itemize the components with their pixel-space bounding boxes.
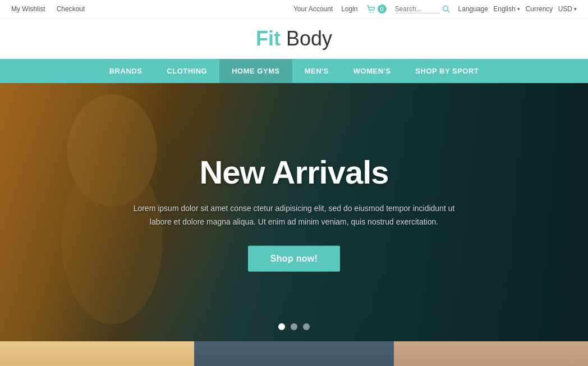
search-input[interactable] <box>395 5 440 13</box>
cart-count: 0 <box>378 4 387 13</box>
hero-title: New Arrivals <box>126 153 462 191</box>
search-icon[interactable] <box>442 5 450 13</box>
main-nav: BRANDS CLOTHING HOME GYMS MEN'S WOMEN'S … <box>0 59 588 83</box>
hero-section: New Arrivals Lorem ipsum dolor sit amet … <box>0 83 588 341</box>
checkout-link[interactable]: Checkout <box>57 5 85 13</box>
language-value: English <box>493 5 515 13</box>
currency-value: USD <box>558 5 572 13</box>
account-link[interactable]: Your Account <box>293 5 333 13</box>
search-container <box>395 5 450 13</box>
below-hero-center <box>194 341 394 366</box>
below-hero-left <box>0 341 194 366</box>
logo-body: Body <box>281 27 332 50</box>
currency-dropdown[interactable]: Currency USD ▾ <box>526 5 577 13</box>
hero-dot-3[interactable] <box>303 323 310 330</box>
hero-dots <box>278 323 310 330</box>
nav-item-brands[interactable]: BRANDS <box>97 59 155 83</box>
language-dropdown[interactable]: Language English ▾ <box>458 5 520 13</box>
nav-item-clothing[interactable]: CLOTHING <box>154 59 219 83</box>
top-bar-left: My Wishlist Checkout <box>11 5 85 13</box>
svg-line-3 <box>447 11 449 13</box>
svg-point-1 <box>373 12 374 13</box>
hero-description: Lorem ipsum dolor sit amet conse ctetur … <box>126 202 462 229</box>
nav-item-home-gyms[interactable]: HOME GYMS <box>219 59 292 83</box>
below-hero-right <box>394 341 588 366</box>
language-chevron-icon: ▾ <box>517 6 520 12</box>
login-link[interactable]: Login <box>341 5 357 13</box>
hero-dot-1[interactable] <box>278 323 285 330</box>
hero-dot-2[interactable] <box>291 323 297 330</box>
logo-bar: Fit Body <box>0 19 588 59</box>
below-hero-section <box>0 341 588 366</box>
site-logo[interactable]: Fit Body <box>256 27 332 51</box>
currency-label: Currency <box>526 5 553 13</box>
nav-item-womens[interactable]: WOMEN'S <box>341 59 403 83</box>
svg-point-0 <box>370 12 371 13</box>
logo-fit: Fit <box>256 27 281 50</box>
nav-item-mens[interactable]: MEN'S <box>292 59 341 83</box>
nav-item-shop-by-sport[interactable]: SHOP BY SPORT <box>403 59 491 83</box>
top-bar: My Wishlist Checkout Your Account Login … <box>0 0 588 19</box>
cart-icon[interactable]: 0 <box>366 4 387 13</box>
hero-content: New Arrivals Lorem ipsum dolor sit amet … <box>126 153 462 272</box>
shop-now-button[interactable]: Shop now! <box>248 245 340 271</box>
currency-chevron-icon: ▾ <box>574 6 577 12</box>
cart-svg-icon <box>366 5 375 13</box>
lang-currency: Language English ▾ Currency USD ▾ <box>458 5 577 13</box>
language-label: Language <box>458 5 488 13</box>
top-bar-right: Your Account Login 0 Language English ▾ <box>293 4 577 13</box>
wishlist-link[interactable]: My Wishlist <box>11 5 45 13</box>
